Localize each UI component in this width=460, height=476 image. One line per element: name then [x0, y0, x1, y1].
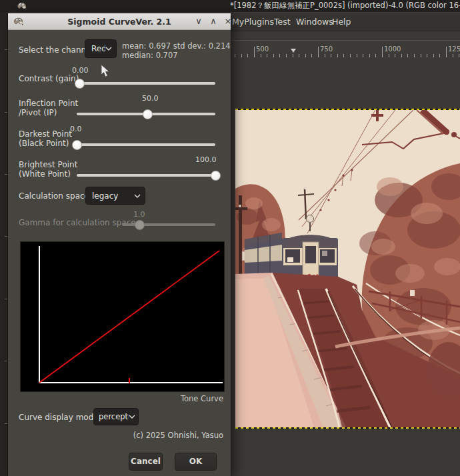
slider-value-darkest-point: 0.0	[70, 125, 82, 133]
tone-curve-panel[interactable]	[20, 241, 225, 392]
ruler-position-marker	[291, 49, 296, 53]
canvas-area[interactable]	[231, 57, 460, 476]
stats-line1: mean: 0.697 std dev.: 0.214	[122, 41, 231, 51]
calc-space-value: legacy	[86, 191, 134, 201]
channel-select-value: Red	[85, 44, 105, 53]
menu-item-windows[interactable]: Windows	[296, 17, 333, 27]
slider-track-brightest-point[interactable]	[77, 174, 215, 177]
slider-value-contrast-gain: 0.00	[72, 66, 89, 75]
slider-thumb-inflection-point[interactable]	[143, 109, 153, 119]
slider-label-brightest-point: Brightest Point	[19, 160, 77, 169]
gimp-logo-icon	[16, 1, 27, 11]
window-title: *[1982？飯田線無補正P_0002s] (imported)-4.0 (RG…	[230, 1, 460, 11]
color-cast-overlay	[235, 110, 460, 427]
vertical-ruler[interactable]	[0, 12, 8, 476]
slider-thumb-brightest-point[interactable]	[211, 171, 221, 181]
ruler-major-tick	[446, 47, 447, 58]
menu-bar: MyPluginsTestWindowsHelp	[231, 13, 460, 31]
ruler-tick-label: 1000	[384, 45, 401, 53]
slider-thumb-darkest-point[interactable]	[72, 140, 82, 150]
sigmoid-curve-dialog: Sigmoid CurveVer. 2.1 ∨ ∧ × Select the c…	[8, 13, 231, 476]
maximize-window-button[interactable]: ∧	[207, 16, 220, 28]
slider-value-inflection-point: 50.0	[142, 94, 159, 103]
ruler-tick-label: 1250	[448, 45, 460, 53]
calc-space-select[interactable]: legacy	[85, 187, 145, 205]
mouse-cursor-icon	[101, 64, 111, 78]
chevron-down-icon	[105, 47, 112, 51]
slider-thumb-gamma[interactable]	[135, 220, 145, 230]
cancel-button[interactable]: Cancel	[129, 453, 163, 471]
slider-value-gamma: 1.0	[133, 210, 145, 219]
slider-label-darkest-point: Darkest Point	[19, 129, 72, 139]
slider-label2-brightest-point: (White Point)	[19, 169, 71, 179]
chevron-down-icon	[129, 415, 135, 419]
display-mode-value: perceptual	[94, 412, 129, 421]
train-photo-illustration	[235, 110, 460, 427]
stats-line2: median: 0.707	[122, 51, 178, 60]
tone-curve-line	[39, 251, 219, 383]
menu-item-myplugins[interactable]: MyPlugins	[232, 17, 274, 27]
ruler-tick-label: 750	[320, 45, 333, 53]
slider-label-contrast-gain: Contrast (gain)	[19, 74, 79, 83]
menu-item-test[interactable]: Test	[274, 17, 291, 27]
gimp-window-titlebar: *[1982？飯田線無補正P_0002s] (imported)-4.0 (RG…	[0, 0, 460, 12]
dialog-titlebar[interactable]: Sigmoid CurveVer. 2.1 ∨ ∧ ×	[8, 13, 231, 30]
ruler-tick-label: 500	[256, 45, 269, 53]
tone-curve-plot	[21, 242, 224, 391]
slider-track-darkest-point[interactable]	[77, 143, 215, 146]
slider-thumb-contrast-gain[interactable]	[75, 79, 85, 89]
ok-button[interactable]: OK	[175, 453, 217, 471]
menu-item-help[interactable]: Help	[332, 17, 351, 27]
train-photo	[235, 110, 460, 427]
slider-track-contrast-gain[interactable]	[77, 82, 215, 85]
close-window-button[interactable]: ×	[221, 16, 235, 28]
calc-space-label: Calculation space:	[19, 191, 92, 201]
channel-select[interactable]: Red	[85, 39, 117, 58]
slider-value-brightest-point: 100.0	[195, 155, 217, 164]
slider-label-gamma: Gamma for calculation space	[19, 218, 136, 227]
display-mode-select[interactable]: perceptual	[93, 408, 139, 425]
copyright-text: (c) 2025 Ohnishi, Yasuo	[108, 431, 223, 440]
shade-window-button[interactable]: ∨	[192, 16, 205, 28]
chevron-down-icon	[134, 194, 141, 198]
ruler-major-tick	[254, 47, 255, 58]
horizontal-ruler[interactable]: 50075010001250	[231, 40, 460, 59]
screenshot-root: *[1982？飯田線無補正P_0002s] (imported)-4.0 (RG…	[0, 0, 460, 476]
slider-label-inflection-point: Inflection Point	[19, 99, 78, 108]
display-mode-label: Curve display mode:	[19, 413, 101, 422]
layer-boundary-bottom	[235, 427, 460, 429]
slider-label2-inflection-point: /Pivot (IP)	[19, 108, 57, 117]
slider-label2-darkest-point: (Black Point)	[19, 139, 69, 148]
tone-curve-caption: Tone Curve	[141, 394, 223, 403]
